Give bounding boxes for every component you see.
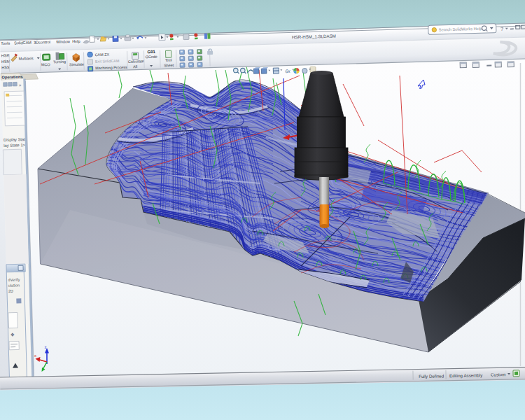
svg-text:x: x: [34, 354, 36, 358]
svg-text:CAM ZX: CAM ZX: [95, 52, 110, 57]
svg-text:HSS: HSS: [1, 65, 10, 69]
svg-text:Fully Defined: Fully Defined: [419, 373, 444, 379]
svg-text:z: z: [45, 345, 47, 349]
svg-text:Sheet: Sheet: [164, 63, 174, 67]
svg-text:Machining Process: Machining Process: [95, 65, 127, 70]
svg-text:Window: Window: [56, 39, 71, 44]
svg-text:HSM: HSM: [1, 59, 10, 64]
svg-text:lay State 1>: lay State 1>: [4, 143, 26, 148]
svg-text:SolidCAM: SolidCAM: [14, 41, 31, 46]
svg-text:?: ?: [500, 26, 503, 32]
svg-text:6x: 6x: [285, 69, 290, 74]
svg-text:MCO: MCO: [41, 62, 50, 66]
svg-text:Exit SolidCAM: Exit SolidCAM: [95, 59, 120, 64]
svg-text:Tool: Tool: [165, 58, 172, 62]
svg-text:❖: ❖: [10, 332, 15, 337]
svg-text:3Dcontrol: 3Dcontrol: [34, 40, 50, 45]
svg-text:Tools: Tools: [1, 41, 10, 46]
svg-text:Custom: Custom: [491, 372, 505, 377]
svg-text:Calculate: Calculate: [128, 59, 144, 64]
svg-text:All: All: [133, 64, 137, 69]
svg-text:Turning: Turning: [53, 59, 66, 64]
svg-text:Multiaxis: Multiaxis: [19, 56, 34, 61]
svg-text:Operations: Operations: [1, 75, 22, 80]
svg-text:ulation: ulation: [8, 283, 20, 287]
svg-text:»: »: [19, 83, 22, 88]
svg-text:Simulate: Simulate: [69, 62, 84, 67]
svg-text:Help: Help: [72, 39, 80, 43]
svg-text:Editing Assembly: Editing Assembly: [449, 372, 483, 378]
svg-text:2D: 2D: [8, 289, 13, 293]
svg-text:Display Stat: Display Stat: [4, 137, 25, 142]
svg-text:dVerify: dVerify: [8, 277, 20, 281]
svg-text:HSR: HSR: [1, 53, 10, 57]
svg-text:G01: G01: [147, 50, 155, 54]
svg-text:GCode: GCode: [146, 55, 158, 59]
